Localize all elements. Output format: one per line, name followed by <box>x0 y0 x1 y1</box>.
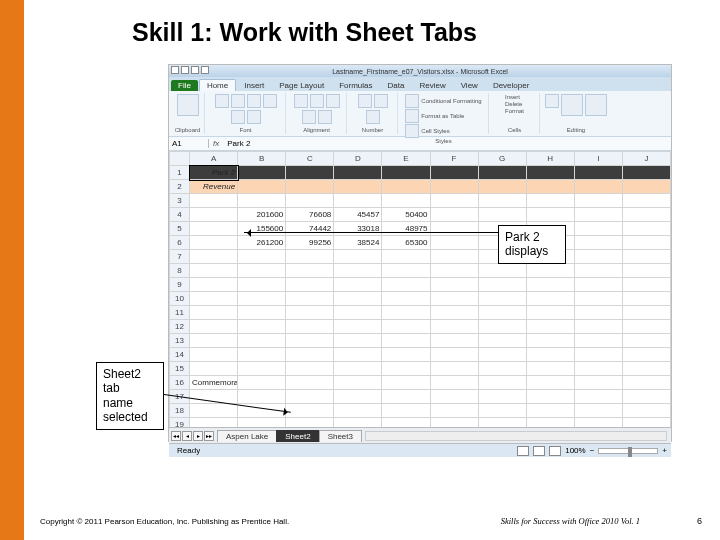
cell[interactable] <box>574 264 622 278</box>
cell[interactable] <box>334 334 382 348</box>
cell[interactable] <box>430 348 478 362</box>
cell[interactable] <box>478 180 526 194</box>
cell[interactable] <box>238 376 286 390</box>
cell[interactable] <box>574 236 622 250</box>
cell[interactable] <box>238 278 286 292</box>
cell[interactable] <box>526 390 574 404</box>
cell[interactable] <box>334 362 382 376</box>
cell[interactable] <box>430 166 478 180</box>
cell[interactable] <box>526 334 574 348</box>
cell[interactable] <box>526 292 574 306</box>
row-header[interactable]: 13 <box>170 334 190 348</box>
cell[interactable] <box>478 376 526 390</box>
cell[interactable] <box>190 278 238 292</box>
cell[interactable] <box>382 404 430 418</box>
row-header[interactable]: 5 <box>170 222 190 236</box>
tab-formulas[interactable]: Formulas <box>332 80 379 91</box>
cell[interactable] <box>478 362 526 376</box>
row-header[interactable]: 14 <box>170 348 190 362</box>
cell[interactable]: 45457 <box>334 208 382 222</box>
cell[interactable] <box>334 166 382 180</box>
cell[interactable] <box>238 194 286 208</box>
cell[interactable] <box>574 418 622 428</box>
align-left-icon[interactable] <box>294 94 308 108</box>
cell[interactable] <box>622 390 670 404</box>
cell[interactable]: 48975 <box>382 222 430 236</box>
cell[interactable] <box>478 278 526 292</box>
cell[interactable] <box>382 194 430 208</box>
cell[interactable] <box>622 166 670 180</box>
format-table-icon[interactable] <box>405 109 419 123</box>
cell-styles-icon[interactable] <box>405 124 419 138</box>
zoom-out-icon[interactable]: − <box>590 446 595 455</box>
merge-icon[interactable] <box>318 110 332 124</box>
cell[interactable] <box>622 348 670 362</box>
cell[interactable]: 33018 <box>334 222 382 236</box>
formula-value[interactable]: Park 2 <box>223 139 250 148</box>
row-header[interactable]: 10 <box>170 292 190 306</box>
cell[interactable] <box>190 362 238 376</box>
cell[interactable] <box>622 292 670 306</box>
cell[interactable] <box>334 348 382 362</box>
find-select-icon[interactable] <box>585 94 607 116</box>
spreadsheet-grid[interactable]: ABCDEFGHIJ1Park 22Revenue342016007660845… <box>169 151 671 427</box>
view-pagebreak-icon[interactable] <box>549 446 561 456</box>
cell[interactable] <box>478 404 526 418</box>
cell[interactable] <box>622 362 670 376</box>
undo-icon[interactable] <box>191 66 199 74</box>
cell[interactable] <box>334 390 382 404</box>
col-header[interactable]: C <box>286 152 334 166</box>
cell[interactable] <box>430 306 478 320</box>
fx-icon[interactable]: fx <box>209 139 223 148</box>
cell[interactable] <box>382 348 430 362</box>
cell[interactable] <box>574 404 622 418</box>
cell[interactable] <box>574 194 622 208</box>
cell[interactable] <box>622 194 670 208</box>
sheet-tab-sheet2[interactable]: Sheet2 <box>276 430 319 442</box>
cell[interactable] <box>574 222 622 236</box>
autosum-icon[interactable] <box>545 94 559 108</box>
cell[interactable] <box>622 264 670 278</box>
cell[interactable] <box>190 208 238 222</box>
quick-access-toolbar[interactable] <box>171 66 209 74</box>
cell[interactable] <box>478 390 526 404</box>
cell[interactable] <box>382 418 430 428</box>
cell[interactable] <box>334 194 382 208</box>
cell[interactable] <box>286 418 334 428</box>
cell[interactable] <box>382 292 430 306</box>
align-center-icon[interactable] <box>310 94 324 108</box>
cell[interactable] <box>430 222 478 236</box>
cell[interactable] <box>430 376 478 390</box>
cell[interactable] <box>382 362 430 376</box>
cell[interactable] <box>478 264 526 278</box>
cell[interactable] <box>190 404 238 418</box>
cell[interactable] <box>334 418 382 428</box>
cell[interactable] <box>286 180 334 194</box>
cell[interactable] <box>574 390 622 404</box>
cell[interactable] <box>526 404 574 418</box>
horizontal-scrollbar[interactable] <box>365 431 667 441</box>
save-icon[interactable] <box>181 66 189 74</box>
row-header[interactable]: 12 <box>170 320 190 334</box>
cell[interactable] <box>286 306 334 320</box>
border-icon[interactable] <box>263 94 277 108</box>
cell[interactable] <box>478 208 526 222</box>
cell[interactable] <box>190 194 238 208</box>
cell[interactable] <box>526 278 574 292</box>
cell[interactable] <box>334 250 382 264</box>
cell[interactable] <box>574 320 622 334</box>
cell[interactable] <box>190 306 238 320</box>
sheet-nav-next-icon[interactable]: ▸ <box>193 431 203 441</box>
align-right-icon[interactable] <box>326 94 340 108</box>
sort-filter-icon[interactable] <box>561 94 583 116</box>
cell[interactable] <box>238 264 286 278</box>
cell[interactable] <box>478 418 526 428</box>
cell[interactable] <box>382 334 430 348</box>
cell[interactable] <box>286 362 334 376</box>
cell[interactable] <box>622 376 670 390</box>
cell[interactable] <box>286 278 334 292</box>
cell[interactable] <box>334 376 382 390</box>
row-header[interactable]: 16 <box>170 376 190 390</box>
view-layout-icon[interactable] <box>533 446 545 456</box>
col-header[interactable]: J <box>622 152 670 166</box>
